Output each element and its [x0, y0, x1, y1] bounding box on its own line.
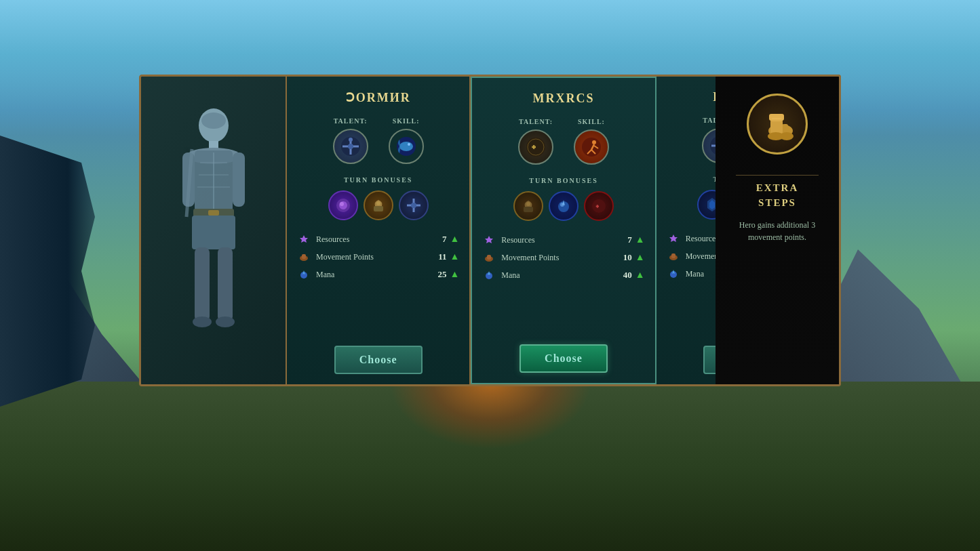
cormin-movement-icon	[297, 250, 311, 264]
cormin-talent: TALENT:	[333, 117, 368, 164]
svg-marker-35	[300, 235, 308, 243]
svg-point-11	[193, 317, 212, 327]
svg-point-29	[340, 202, 344, 206]
reward-icon-container	[747, 94, 808, 155]
maxres-mana-arrow: ▲	[635, 270, 645, 281]
cormin-mana-row: Mana 25 ▲	[297, 268, 459, 281]
svg-rect-8	[233, 152, 245, 207]
reward-title-line2: STEPS	[758, 197, 796, 209]
cormin-resources-arrow: ▲	[450, 234, 459, 245]
perdeme-movement-icon	[667, 249, 680, 263]
maxres-bonus-2	[549, 191, 579, 221]
svg-rect-84	[769, 114, 784, 121]
cormin-movement-value: 11	[438, 251, 446, 262]
maxres-skill: SKILL:	[574, 118, 609, 165]
maxres-resources-arrow: ▲	[635, 234, 645, 245]
cormin-skill-icon	[389, 129, 424, 164]
cormin-skill: SKILL:	[389, 117, 424, 164]
svg-point-44	[592, 140, 596, 144]
maxres-talent-label: TALENT:	[519, 118, 553, 125]
cormin-bonus-3	[399, 190, 429, 220]
cormin-movement-arrow: ▲	[450, 251, 459, 262]
svg-point-50	[526, 202, 530, 206]
maxres-movement-row: Movement Points 10 ▲	[482, 251, 644, 264]
cormin-bonus-2	[364, 190, 393, 220]
svg-point-22	[348, 144, 353, 149]
maxres-bonuses-label: TURN BONUSES	[529, 177, 598, 184]
cormin-mana-name: Mana	[316, 270, 437, 280]
cormin-bonus-icons	[328, 190, 429, 220]
maxres-bonus-icons: ᛭	[513, 191, 614, 221]
maxres-mana-name: Mana	[501, 270, 623, 281]
svg-rect-9	[195, 247, 210, 322]
maxres-resources-row: Resources 7 ▲	[482, 233, 644, 247]
svg-marker-56	[485, 236, 493, 243]
maxres-talent-icon: ᛭	[518, 129, 553, 165]
choose-cormin-button[interactable]: Choose	[334, 346, 423, 374]
choose-maxres-button[interactable]: Choose	[520, 344, 608, 373]
maxres-mana-value: 40	[623, 270, 632, 281]
maxres-mana-icon	[482, 268, 496, 282]
maxres-skill-icon	[574, 129, 609, 165]
svg-text:᛭: ᛭	[530, 142, 537, 153]
maxres-talent-skill-row: TALENT: ᛭ SKILL:	[518, 118, 609, 165]
svg-point-83	[768, 132, 784, 140]
maxres-talent: TALENT: ᛭	[518, 118, 553, 165]
cormin-resources-name: Resources	[316, 234, 442, 245]
character-figure	[159, 102, 268, 359]
cormin-resources-icon	[297, 232, 311, 246]
svg-point-31	[376, 201, 380, 205]
maxres-resources-name: Resources	[501, 235, 627, 245]
maxres-movement-arrow: ▲	[635, 252, 645, 263]
svg-text:᛭: ᛭	[595, 202, 600, 211]
perdeme-resources-icon	[667, 232, 680, 245]
svg-rect-76	[671, 253, 675, 258]
cormin-movement-row: Movement Points 11 ▲	[297, 250, 459, 264]
maxres-bonus-1	[513, 191, 543, 221]
svg-point-43	[582, 138, 601, 157]
option-cormin: ƆORMИR TALENT: SKILL:	[287, 77, 471, 384]
cormin-talent-skill-row: TALENT: SKILL:	[333, 117, 424, 164]
svg-rect-6	[192, 216, 235, 249]
svg-point-25	[399, 142, 413, 151]
maxres-resources-icon	[482, 233, 496, 247]
cormin-mana-icon	[297, 268, 311, 281]
maxres-bonus-3: ᛭	[584, 191, 614, 221]
cormin-resources-row: Resources 7 ▲	[297, 232, 459, 246]
character-section	[141, 77, 287, 384]
svg-point-23	[349, 138, 353, 142]
cormin-mana-value: 25	[437, 269, 446, 280]
svg-point-26	[408, 143, 410, 146]
option-maxres: MRXRCS TALENT: ᛭ SKILL:	[471, 77, 656, 384]
svg-point-1	[201, 113, 226, 129]
reward-title-line1: EXTRA	[756, 182, 799, 194]
character-silhouette	[166, 102, 261, 359]
maxres-mana-row: Mana 40 ▲	[482, 268, 644, 282]
maxres-skill-label: SKILL:	[578, 118, 605, 125]
info-divider	[736, 175, 819, 176]
cormin-movement-name: Movement Points	[316, 252, 438, 262]
svg-rect-58	[487, 255, 491, 260]
cormin-skill-label: SKILL:	[393, 117, 420, 125]
maxres-stats: Resources 7 ▲ Movement Points 10 ▲ Mana …	[482, 233, 644, 286]
svg-rect-30	[374, 206, 383, 211]
svg-rect-49	[524, 207, 533, 212]
svg-point-12	[216, 317, 235, 327]
info-panel: EXTRA STEPS Hero gains additional 3 move…	[716, 75, 841, 386]
cormin-talent-icon	[333, 129, 368, 164]
svg-rect-37	[302, 254, 306, 259]
reward-description: Hero gains additional 3 movement points.	[726, 219, 829, 243]
cormin-bonus-1	[328, 190, 358, 220]
svg-rect-10	[218, 247, 233, 322]
cormin-talent-label: TALENT:	[334, 117, 368, 125]
option-maxres-title: MRXRCS	[532, 91, 594, 106]
svg-marker-74	[669, 234, 678, 242]
svg-point-53	[560, 203, 564, 207]
cormin-stats: Resources 7 ▲ Movement Points 11 ▲ Mana …	[297, 232, 459, 285]
maxres-movement-value: 10	[623, 252, 632, 263]
option-cormin-title: ƆORMИR	[346, 90, 411, 105]
perdeme-mana-icon	[667, 267, 680, 281]
reward-icon	[757, 104, 798, 144]
cormin-bonuses-label: TURN BONUSES	[344, 176, 413, 184]
maxres-resources-value: 7	[627, 234, 632, 245]
